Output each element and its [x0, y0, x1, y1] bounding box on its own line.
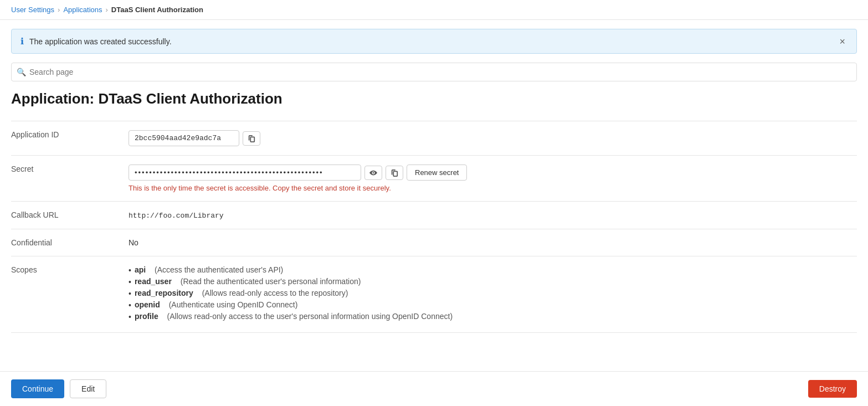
- scope-desc: (Access the authenticated user's API): [155, 265, 283, 274]
- app-id-value-cell: 2bcc5904aad42e9adc7a: [122, 121, 857, 156]
- scope-name: openid: [135, 300, 160, 309]
- scope-desc: (Allows read-only access to the user's p…: [167, 312, 453, 321]
- scope-name: api: [135, 265, 146, 274]
- callback-url-row: Callback URL http://foo.com/Library: [11, 202, 857, 229]
- list-item: api (Access the authenticated user's API…: [129, 265, 850, 275]
- search-container: 🔍: [0, 63, 868, 90]
- breadcrumb-current: DTaaS Client Authorization: [111, 6, 203, 14]
- app-id-row: Application ID 2bcc5904aad42e9adc7a: [11, 121, 857, 156]
- action-bar: Continue Edit Destroy: [0, 371, 868, 377]
- scope-desc: (Allows read-only access to the reposito…: [202, 289, 348, 297]
- scope-desc: (Authenticate using OpenID Connect): [169, 300, 298, 309]
- breadcrumb-user-settings[interactable]: User Settings: [11, 6, 54, 14]
- list-item: openid (Authenticate using OpenID Connec…: [129, 300, 850, 310]
- info-icon: ℹ: [20, 36, 24, 47]
- search-icon: 🔍: [17, 68, 26, 76]
- confidential-value: No: [122, 229, 857, 256]
- copy-icon: [248, 135, 255, 142]
- breadcrumb: User Settings › Applications › DTaaS Cli…: [0, 0, 868, 20]
- secret-field: ••••••••••••••••••••••••••••••••••••••••…: [129, 165, 361, 181]
- scope-name: read_user: [135, 277, 172, 286]
- list-item: profile (Allows read-only access to the …: [129, 312, 850, 321]
- app-id-label: Application ID: [11, 121, 122, 156]
- secret-value-cell: ••••••••••••••••••••••••••••••••••••••••…: [122, 156, 857, 202]
- alert-close-button[interactable]: ×: [837, 37, 848, 47]
- breadcrumb-sep-2: ›: [106, 6, 108, 14]
- secret-wrap: ••••••••••••••••••••••••••••••••••••••••…: [129, 165, 850, 181]
- confidential-label: Confidential: [11, 229, 122, 256]
- search-input-wrap: 🔍: [11, 63, 857, 81]
- toggle-secret-button[interactable]: [364, 166, 382, 180]
- breadcrumb-sep-1: ›: [58, 6, 60, 14]
- scopes-row: Scopes api (Access the authenticated use…: [11, 256, 857, 333]
- list-item: read_user (Read the authenticated user's…: [129, 277, 850, 286]
- secret-label: Secret: [11, 156, 122, 202]
- main-content: Application: DTaaS Client Authorization …: [0, 90, 868, 377]
- copy-secret-button[interactable]: [386, 166, 403, 180]
- page-title: Application: DTaaS Client Authorization: [11, 90, 857, 107]
- renew-secret-button[interactable]: Renew secret: [407, 165, 467, 181]
- copy-app-id-button[interactable]: [243, 131, 260, 146]
- scope-desc: (Read the authenticated user's personal …: [181, 277, 361, 286]
- scope-name: profile: [135, 312, 158, 321]
- app-id-field: 2bcc5904aad42e9adc7a: [129, 130, 239, 146]
- scopes-label: Scopes: [11, 256, 122, 333]
- confidential-row: Confidential No: [11, 229, 857, 256]
- success-alert: ℹ The application was created successful…: [11, 29, 857, 54]
- app-id-wrap: 2bcc5904aad42e9adc7a: [129, 130, 850, 146]
- scope-name: read_repository: [135, 289, 193, 297]
- alert-message: The application was created successfully…: [29, 37, 831, 46]
- scopes-value-cell: api (Access the authenticated user's API…: [122, 256, 857, 333]
- search-input[interactable]: [11, 63, 857, 81]
- callback-url-label: Callback URL: [11, 202, 122, 229]
- callback-url-value: http://foo.com/Library: [129, 212, 224, 220]
- breadcrumb-applications[interactable]: Applications: [63, 6, 102, 14]
- secret-hint: This is the only time the secret is acce…: [129, 184, 850, 192]
- details-table: Application ID 2bcc5904aad42e9adc7a Secr…: [11, 121, 857, 333]
- list-item: read_repository (Allows read-only access…: [129, 289, 850, 298]
- eye-icon: [369, 169, 377, 177]
- scopes-list: api (Access the authenticated user's API…: [129, 265, 850, 321]
- callback-url-value-cell: http://foo.com/Library: [122, 202, 857, 229]
- copy-secret-icon: [391, 169, 398, 177]
- secret-row: Secret •••••••••••••••••••••••••••••••••…: [11, 156, 857, 202]
